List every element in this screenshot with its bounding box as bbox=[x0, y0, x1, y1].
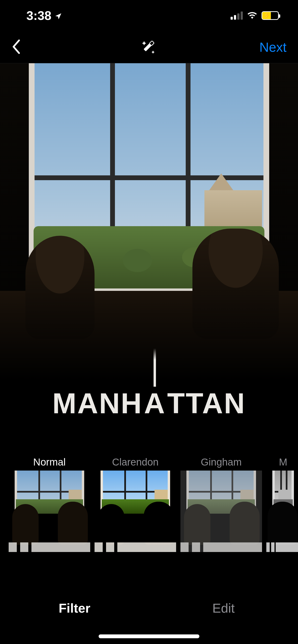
filter-thumbnail bbox=[266, 470, 298, 552]
filter-strip[interactable]: NormalClarendonGinghamM bbox=[0, 454, 298, 569]
status-bar: 3:38 ⚡ bbox=[0, 0, 298, 31]
overlay-tower-a: A bbox=[142, 387, 167, 420]
filter-thumbnail bbox=[181, 470, 262, 552]
filter-label: Gingham bbox=[201, 454, 242, 470]
cellular-icon bbox=[231, 12, 243, 20]
preview-scene bbox=[0, 63, 298, 440]
filter-thumbnail bbox=[95, 470, 176, 552]
status-right: ⚡ bbox=[231, 11, 279, 20]
charging-bolt-icon: ⚡ bbox=[263, 13, 270, 18]
filter-item-gingham[interactable]: Gingham bbox=[181, 454, 262, 569]
home-indicator[interactable] bbox=[99, 634, 199, 638]
auto-enhance-button[interactable] bbox=[140, 38, 158, 56]
overlay-part: TTAN bbox=[167, 387, 246, 419]
filter-label: M bbox=[279, 454, 287, 470]
location-overlay-text: MANHATTAN bbox=[0, 387, 298, 420]
filter-label: Normal bbox=[33, 454, 66, 470]
filter-item-clarendon[interactable]: Clarendon bbox=[95, 454, 176, 569]
filter-item-m[interactable]: M bbox=[266, 454, 298, 569]
status-left: 3:38 bbox=[26, 8, 62, 23]
location-icon bbox=[55, 8, 62, 23]
battery-icon: ⚡ bbox=[261, 11, 279, 20]
next-button[interactable]: Next bbox=[259, 40, 286, 55]
status-time: 3:38 bbox=[26, 8, 51, 23]
nav-bar: Next bbox=[0, 31, 298, 63]
back-button[interactable] bbox=[12, 40, 21, 55]
bottom-tabs: Filter Edit bbox=[0, 584, 298, 644]
overlay-part: ANH bbox=[77, 387, 142, 419]
filter-item-normal[interactable]: Normal bbox=[9, 454, 90, 569]
image-preview[interactable]: MANHATTAN bbox=[0, 63, 298, 440]
wifi-icon bbox=[247, 11, 257, 20]
filter-thumbnail bbox=[9, 470, 90, 552]
filter-label: Clarendon bbox=[112, 454, 159, 470]
overlay-part: M bbox=[52, 387, 77, 419]
